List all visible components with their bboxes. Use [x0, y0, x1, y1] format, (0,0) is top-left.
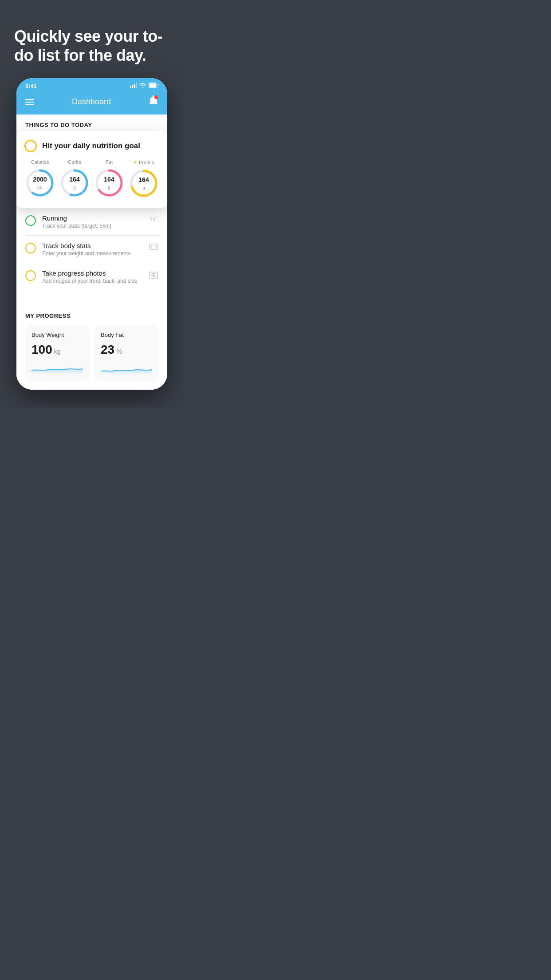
- todo-text-photos: Take progress photos Add images of your …: [42, 269, 142, 284]
- nav-bar: Dashboard: [16, 92, 167, 115]
- status-bar: 9:41: [16, 78, 167, 92]
- hero-title: Quickly see your to-do list for the day.: [14, 27, 169, 65]
- svg-rect-2: [134, 84, 135, 88]
- bell-icon[interactable]: [149, 95, 158, 108]
- bottom-spacer: [0, 390, 184, 407]
- things-to-do-header: THINGS TO DO TODAY: [16, 115, 167, 133]
- body-weight-title: Body Weight: [31, 332, 83, 338]
- calories-value: 2000cal: [33, 176, 47, 190]
- progress-section: MY PROGRESS Body Weight 100 kg: [16, 304, 167, 390]
- status-icons: [130, 83, 158, 89]
- todo-circle-running[interactable]: [25, 215, 36, 226]
- phone-content: THINGS TO DO TODAY Hit your daily nutrit…: [16, 115, 167, 390]
- body-fat-number: 23: [101, 343, 114, 357]
- nutrition-carbs: Carbs 164g: [59, 159, 90, 199]
- todo-title-photos: Take progress photos: [42, 269, 142, 277]
- body-fat-value: 23 %: [101, 343, 152, 357]
- todo-item-running[interactable]: Running Track your stats (target: 5km): [25, 208, 158, 235]
- body-stats-icon: [149, 243, 158, 253]
- body-fat-unit: %: [116, 348, 122, 355]
- protein-label: ★Protein: [133, 159, 154, 165]
- nutrition-calories: Calories 2000cal: [24, 159, 55, 199]
- body-weight-number: 100: [31, 343, 52, 357]
- star-icon: ★: [133, 159, 138, 165]
- spacer: [16, 290, 167, 304]
- todo-subtitle-body-stats: Enter your weight and measurements: [42, 250, 142, 257]
- carbs-value: 164g: [69, 176, 79, 190]
- battery-icon: [149, 83, 158, 89]
- todo-circle-nutrition[interactable]: [24, 140, 37, 152]
- hero-section: Quickly see your to-do list for the day.: [0, 0, 184, 78]
- calories-label: Calories: [31, 159, 49, 165]
- menu-icon[interactable]: [25, 99, 34, 105]
- todo-circle-body-stats[interactable]: [25, 243, 36, 253]
- nutrition-protein: ★Protein 164g: [128, 159, 159, 199]
- svg-rect-0: [130, 86, 131, 88]
- fat-label: Fat: [106, 159, 113, 165]
- svg-rect-5: [150, 83, 156, 87]
- nutrition-circles: Calories 2000cal: [24, 159, 159, 199]
- carbs-label: Carbs: [68, 159, 81, 165]
- progress-cards: Body Weight 100 kg: [25, 325, 158, 381]
- body-weight-unit: kg: [54, 348, 61, 355]
- nutrition-fat: Fat 164g: [94, 159, 125, 199]
- nutrition-card-title: Hit your daily nutrition goal: [42, 142, 140, 150]
- body-weight-card[interactable]: Body Weight 100 kg: [25, 325, 89, 381]
- svg-rect-1: [132, 85, 134, 88]
- phone-mockup: 9:41: [16, 78, 167, 390]
- fat-value: 164g: [104, 176, 114, 190]
- todo-list: Running Track your stats (target: 5km): [16, 208, 167, 290]
- body-fat-chart: [101, 361, 152, 375]
- body-weight-value: 100 kg: [31, 343, 83, 357]
- nutrition-card: Hit your daily nutrition goal Calories: [16, 131, 167, 208]
- running-icon: [149, 215, 158, 225]
- body-weight-chart: [31, 361, 83, 375]
- todo-text-running: Running Track your stats (target: 5km): [42, 214, 142, 229]
- todo-title-running: Running: [42, 214, 142, 222]
- calories-donut: 2000cal: [24, 167, 55, 198]
- todo-item-photos[interactable]: Take progress photos Add images of your …: [25, 263, 158, 290]
- todo-circle-photos[interactable]: [25, 270, 36, 281]
- todo-subtitle-running: Track your stats (target: 5km): [42, 223, 142, 229]
- todo-text-body-stats: Track body stats Enter your weight and m…: [42, 242, 142, 257]
- todo-title-body-stats: Track body stats: [42, 242, 142, 249]
- svg-rect-3: [136, 83, 138, 88]
- protein-donut: 164g: [128, 168, 159, 199]
- phone-container: 9:41: [0, 78, 184, 390]
- svg-point-6: [154, 95, 158, 99]
- protein-value: 164g: [138, 176, 149, 190]
- photos-icon: [149, 270, 158, 282]
- body-fat-card[interactable]: Body Fat 23 %: [94, 325, 158, 381]
- nav-title: Dashboard: [72, 97, 111, 107]
- page-background: Quickly see your to-do list for the day.…: [0, 0, 184, 407]
- progress-header: MY PROGRESS: [25, 312, 158, 319]
- card-title-row: Hit your daily nutrition goal: [24, 140, 159, 152]
- fat-donut: 164g: [94, 167, 125, 198]
- signal-icon: [130, 83, 137, 89]
- carbs-donut: 164g: [59, 167, 90, 198]
- time: 9:41: [25, 83, 37, 89]
- body-fat-title: Body Fat: [101, 332, 152, 338]
- svg-point-21: [153, 275, 154, 276]
- todo-subtitle-photos: Add images of your front, back, and side: [42, 278, 142, 284]
- todo-item-body-stats[interactable]: Track body stats Enter your weight and m…: [25, 235, 158, 263]
- wifi-icon: [139, 83, 146, 89]
